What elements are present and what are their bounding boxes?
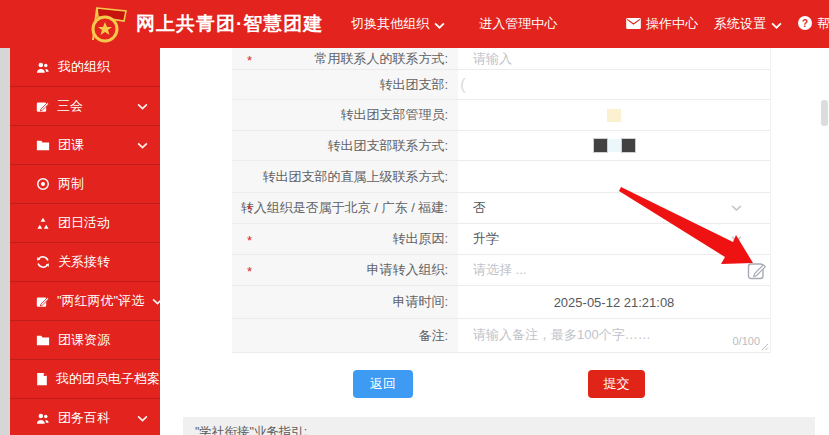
back-button[interactable]: 返回 bbox=[353, 370, 413, 398]
field-label: 备注: bbox=[418, 327, 448, 345]
required-asterisk: * bbox=[247, 264, 252, 279]
help-icon: ? bbox=[798, 16, 812, 33]
svg-text:?: ? bbox=[802, 17, 808, 28]
form-row: 转出团支部:( bbox=[232, 70, 770, 100]
field-label: 转出原因: bbox=[392, 230, 448, 248]
chevron-down-icon bbox=[137, 142, 148, 149]
form-row: 转出团支部管理员: bbox=[232, 100, 770, 131]
required-asterisk: * bbox=[247, 233, 252, 248]
sidebar-item-label: 我的组织 bbox=[58, 58, 110, 76]
char-counter: 0/100 bbox=[732, 335, 760, 347]
sidebar-item[interactable]: 我的组织 bbox=[10, 48, 160, 87]
field-label-cell: 转出团支部: bbox=[232, 70, 458, 99]
redacted-value bbox=[608, 139, 621, 152]
transfer-form: *常用联系人的联系方式:请输入转出团支部:(转出团支部管理员:转出团支部联系方式… bbox=[232, 48, 771, 353]
sidebar-item[interactable]: 团课资源 bbox=[10, 321, 160, 360]
chevron-down-icon bbox=[137, 103, 148, 110]
switch-org-label: 切换其他组织 bbox=[351, 15, 429, 33]
field-label-cell: 申请时间: bbox=[232, 286, 458, 318]
app-title: 网上共青团·智慧团建 bbox=[136, 11, 323, 37]
field-label-cell: *申请转入组织: bbox=[232, 255, 458, 285]
sidebar-item-label: 两制 bbox=[58, 175, 84, 193]
sidebar-item-label: 关系接转 bbox=[58, 253, 110, 271]
form-row: 申请时间:2025-05-12 21:21:08 bbox=[232, 286, 770, 319]
sidebar-item[interactable]: 团务百科 bbox=[10, 399, 160, 435]
help-link[interactable]: ? 帮助 bbox=[798, 15, 829, 33]
users-icon bbox=[36, 412, 50, 425]
form-row: 转出团支部联系方式: bbox=[232, 131, 770, 161]
chevron-down-icon bbox=[152, 298, 160, 305]
app-window: 网上共青团·智慧团建 切换其他组织 进入管理中心 操作中心 系统设置 bbox=[0, 0, 829, 435]
users-icon bbox=[36, 61, 50, 74]
scrollbar-thumb[interactable] bbox=[821, 100, 828, 126]
org-picker-field[interactable]: 请选择 ... bbox=[458, 255, 770, 285]
sidebar-item[interactable]: 两制 bbox=[10, 165, 160, 204]
sidebar-item[interactable]: "两红两优"评选 bbox=[10, 282, 160, 321]
sidebar-item-label: 团课资源 bbox=[58, 331, 110, 349]
field-label-cell: *转出原因: bbox=[232, 224, 458, 254]
sidebar-item[interactable]: 团课 bbox=[10, 126, 160, 165]
sidebar-item[interactable]: 关系接转 bbox=[10, 243, 160, 282]
select-field[interactable]: 否 bbox=[458, 193, 770, 223]
field-label: 申请时间: bbox=[392, 293, 448, 311]
form-row: *转入组织是否属于北京 / 广东 / 福建:否 bbox=[232, 193, 770, 224]
switch-org-menu[interactable]: 切换其他组织 bbox=[351, 15, 445, 33]
form-row: *转出原因:升学 bbox=[232, 224, 770, 255]
action-center-link[interactable]: 操作中心 bbox=[626, 15, 698, 33]
readonly-value-cell bbox=[458, 100, 770, 130]
redacted-text: ( bbox=[460, 75, 466, 95]
chevron-down-icon bbox=[731, 236, 742, 243]
resize-handle-icon[interactable] bbox=[761, 343, 769, 351]
required-asterisk: * bbox=[247, 202, 252, 217]
edit-icon[interactable] bbox=[747, 260, 768, 281]
folder-icon bbox=[36, 139, 50, 151]
recycle-icon bbox=[36, 217, 50, 230]
sidebar-item[interactable]: 团日活动 bbox=[10, 204, 160, 243]
form-row: 备注:请输入备注，最多100个字……0/100 bbox=[232, 319, 770, 353]
select-value: 否 bbox=[473, 199, 486, 217]
page-left-gutter bbox=[0, 48, 10, 435]
field-label: 转出团支部管理员: bbox=[340, 106, 448, 124]
enter-admin-link[interactable]: 进入管理中心 bbox=[479, 15, 557, 33]
chevron-down-icon bbox=[771, 17, 782, 32]
input-field[interactable]: 请输入 bbox=[458, 48, 770, 69]
field-label: 常用联系人的联系方式: bbox=[314, 50, 448, 68]
action-center-label: 操作中心 bbox=[646, 15, 698, 33]
field-label-cell: 转出团支部联系方式: bbox=[232, 131, 458, 160]
field-label-cell: *转入组织是否属于北京 / 广东 / 福建: bbox=[232, 193, 458, 223]
edit-icon bbox=[36, 100, 49, 113]
folder-icon bbox=[36, 334, 50, 346]
chevron-down-icon bbox=[731, 205, 742, 212]
picker-placeholder: 请选择 ... bbox=[473, 261, 526, 279]
remarks-textarea[interactable]: 请输入备注，最多100个字……0/100 bbox=[458, 319, 770, 352]
target-icon bbox=[36, 177, 50, 191]
app-header: 网上共青团·智慧团建 切换其他组织 进入管理中心 操作中心 系统设置 bbox=[0, 0, 829, 48]
system-settings-menu[interactable]: 系统设置 bbox=[714, 15, 782, 33]
submit-button[interactable]: 提交 bbox=[588, 370, 645, 398]
refresh-icon bbox=[36, 255, 50, 269]
field-label: 转出团支部的直属上级联系方式: bbox=[262, 168, 448, 186]
enter-admin-label: 进入管理中心 bbox=[479, 15, 557, 33]
sidebar: 我的组织三会团课两制团日活动关系接转"两红两优"评选团课资源我的团员电子档案团务… bbox=[10, 48, 160, 435]
sidebar-item[interactable]: 三会 bbox=[10, 87, 160, 126]
chevron-down-icon bbox=[137, 415, 148, 422]
redacted-value bbox=[593, 138, 608, 153]
textarea-placeholder: 请输入备注，最多100个字…… bbox=[473, 319, 651, 344]
field-label-cell: 备注: bbox=[232, 319, 458, 352]
field-label-cell: 转出团支部的直属上级联系方式: bbox=[232, 161, 458, 192]
redacted-value bbox=[607, 109, 621, 122]
cyl-emblem-logo bbox=[84, 4, 128, 44]
sidebar-item[interactable]: 我的团员电子档案 bbox=[10, 360, 160, 399]
business-guide-box: "学社衔接"业务指引: bbox=[183, 417, 815, 435]
form-row: *常用联系人的联系方式:请输入 bbox=[232, 48, 770, 70]
system-settings-label: 系统设置 bbox=[714, 15, 766, 33]
sidebar-item-label: "两红两优"评选 bbox=[57, 292, 144, 310]
sidebar-item-label: 三会 bbox=[57, 97, 83, 115]
select-field[interactable]: 升学 bbox=[458, 224, 770, 254]
readonly-value-cell: ( bbox=[458, 70, 770, 99]
redacted-value bbox=[621, 138, 636, 153]
field-label: 转出团支部: bbox=[379, 76, 448, 94]
chevron-down-icon bbox=[434, 17, 445, 32]
edit-icon bbox=[36, 295, 49, 308]
header-right-nav: 操作中心 系统设置 ? 帮助 bbox=[626, 0, 829, 48]
